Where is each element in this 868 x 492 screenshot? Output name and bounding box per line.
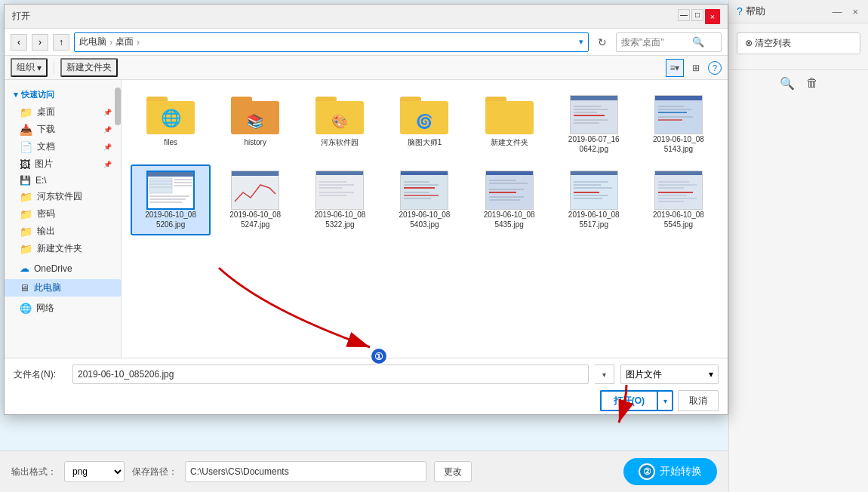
desktop-pin: 📌 (103, 109, 112, 116)
right-panel-min-btn[interactable]: — (830, 6, 844, 17)
annotation-1: ① (370, 347, 388, 365)
back-btn[interactable]: ‹ (11, 34, 27, 51)
file-item-img9[interactable]: 2019-06-10_085545.jpg (639, 165, 719, 235)
sidebar-item-onedrive[interactable]: ☁ OneDrive (5, 260, 121, 276)
open-btn-arrow[interactable]: ▾ (657, 390, 673, 411)
img2-name: 2019-06-10_085143.jpg (652, 134, 705, 154)
sidebar-item-output[interactable]: 📁 输出 (5, 223, 121, 240)
search-submit-icon[interactable]: 🔍 (692, 36, 704, 48)
dialog-min-btn[interactable]: — (678, 9, 690, 21)
search-input[interactable] (621, 37, 689, 48)
app-background: 河东 软件园 www.pc0359.cn 河东软件园 www.pc0359.cn… (0, 0, 868, 492)
img3-thumb-selected (146, 171, 195, 210)
right-panel-controls[interactable]: — × (830, 6, 860, 17)
refresh-btn[interactable]: ↻ (593, 33, 611, 51)
sidebar-item-network[interactable]: 🌐 网络 (5, 300, 121, 317)
search-icon[interactable]: 🔍 (780, 76, 795, 91)
thispc-section: 🖥 此电脑 (5, 279, 121, 297)
svg-rect-20 (148, 172, 193, 177)
sidebar-scroll-handle[interactable] (115, 88, 121, 125)
sidebar-item-thispc[interactable]: 🖥 此电脑 (5, 279, 121, 297)
sidebar-item-newfolder[interactable]: 📁 新建文件夹 (5, 240, 121, 257)
organize-chevron: ▾ (37, 63, 42, 73)
file-item-img5[interactable]: 2019-06-10_085322.jpg (300, 165, 380, 235)
delete-icon[interactable]: 🗑 (806, 76, 818, 91)
img1-name: 2019-06-07_160642.jpg (568, 134, 620, 154)
sidebar-item-password[interactable]: 📁 密码 (5, 205, 121, 223)
file-item-img2[interactable]: 2019-06-10_085143.jpg (639, 89, 719, 160)
start-convert-btn[interactable]: ② 开始转换 (623, 458, 717, 485)
file-item-img7[interactable]: 2019-06-10_085435.jpg (469, 165, 549, 235)
view-btn-details[interactable]: ≡▾ (666, 59, 684, 77)
file-item-img6[interactable]: 2019-06-10_085403.jpg (384, 165, 464, 235)
file-item-img1[interactable]: 2019-06-07_160642.jpg (554, 89, 634, 160)
sidebar-item-edrive[interactable]: 💾 E:\ (5, 173, 121, 188)
cancel-btn[interactable]: 取消 (678, 390, 719, 411)
open-file-btn[interactable]: 打开(O) (600, 390, 657, 411)
file-item-img8[interactable]: 2019-06-10_085517.jpg (554, 165, 634, 235)
view-btn-help[interactable]: ? (708, 61, 722, 75)
new-folder-btn[interactable]: 新建文件夹 (60, 58, 118, 77)
pictures-label: 图片 (35, 158, 53, 171)
dialog-close-btn[interactable]: × (705, 9, 720, 24)
start-convert-label: 开始转换 (660, 465, 702, 478)
history-name: history (244, 137, 266, 147)
breadcrumb-dropdown[interactable]: ▾ (579, 37, 583, 47)
filetype-dropdown[interactable]: 图片文件 ▾ (620, 364, 719, 384)
dialog-max-btn[interactable]: □ (691, 9, 703, 21)
svg-rect-40 (401, 171, 448, 209)
sidebar-item-pictures[interactable]: 🖼 图片 📌 (5, 155, 121, 173)
right-panel-icon-row: 🔍 🗑 (729, 69, 868, 97)
sidebar-item-downloads[interactable]: 📥 下载 📌 (5, 121, 121, 138)
right-panel-title: ? 帮助 (737, 5, 765, 18)
address-breadcrumb[interactable]: 此电脑 › 桌面 › ▾ (74, 32, 589, 52)
filename-label: 文件名(N): (14, 368, 66, 381)
hedong-folder-thumb: 🎨 (315, 95, 364, 134)
dialog-body: ▾ 快速访问 📁 桌面 📌 📥 下载 📌 📄 (5, 80, 728, 358)
change-path-btn[interactable]: 更改 (434, 461, 472, 482)
clear-list-button[interactable]: ⊗ 清空列表 (737, 32, 860, 54)
file-item-history[interactable]: 📚 history (215, 89, 295, 160)
forward-btn[interactable]: › (32, 34, 48, 51)
svg-rect-48 (486, 171, 533, 209)
thispc-label: 此电脑 (34, 281, 61, 294)
filename-dropdown-btn[interactable]: ▾ (595, 364, 614, 384)
format-select[interactable]: png jpg bmp gif (64, 461, 125, 482)
start-convert-circle: ② (639, 463, 655, 480)
svg-rect-56 (571, 171, 617, 209)
file-item-img4[interactable]: 2019-06-10_085247.jpg (215, 165, 295, 235)
right-panel: ? 帮助 — × ⊗ 清空列表 🔍 🗑 (728, 0, 868, 492)
img7-thumb (485, 171, 534, 210)
view-btn-tiles[interactable]: ⊞ (687, 59, 705, 77)
file-item-hedong[interactable]: 🎨 河东软件园 (300, 89, 380, 160)
password-label: 密码 (37, 208, 55, 220)
file-item-files[interactable]: 🌐 files (131, 89, 211, 160)
file-item-newdir[interactable]: 新建文件夹 (469, 89, 549, 160)
naotu-folder-name: 脑图大师1 (408, 137, 442, 147)
img9-thumb (654, 171, 703, 210)
up-btn[interactable]: ↑ (53, 34, 69, 51)
newfolder-icon: 📁 (20, 243, 32, 255)
organize-btn[interactable]: 组织 ▾ (11, 58, 48, 77)
svg-rect-33 (316, 171, 363, 209)
filetype-chevron: ▾ (709, 369, 713, 380)
sidebar-item-documents[interactable]: 📄 文档 📌 (5, 138, 121, 155)
newdir-folder-thumb (485, 95, 534, 134)
bottom-bar: 输出格式： png jpg bmp gif 保存路径： C:\Users\CS\… (0, 450, 728, 492)
pictures-folder-icon: 🖼 (20, 158, 30, 171)
organize-label: 组织 (17, 61, 35, 74)
file-item-naotu[interactable]: 🌀 脑图大师1 (384, 89, 464, 160)
format-label: 输出格式： (11, 466, 57, 478)
sidebar-item-desktop[interactable]: 📁 桌面 📌 (5, 103, 121, 121)
filename-input[interactable] (72, 364, 589, 384)
quick-access-header[interactable]: ▾ 快速访问 (5, 86, 121, 103)
sidebar-item-hedong[interactable]: 📁 河东软件园 (5, 188, 121, 205)
svg-rect-32 (232, 171, 279, 176)
img6-name: 2019-06-10_085403.jpg (398, 210, 451, 229)
naotu-folder-thumb: 🌀 (400, 95, 448, 134)
downloads-pin: 📌 (103, 126, 112, 134)
file-item-img3-selected[interactable]: 2019-06-10_085206.jpg (131, 165, 211, 235)
quick-access-chevron: ▾ (14, 90, 18, 100)
right-panel-close-btn[interactable]: × (850, 6, 860, 17)
file-open-dialog: 打开 — □ × ‹ › ↑ 此电脑 › 桌面 › ▾ ↻ 🔍 (4, 4, 728, 415)
